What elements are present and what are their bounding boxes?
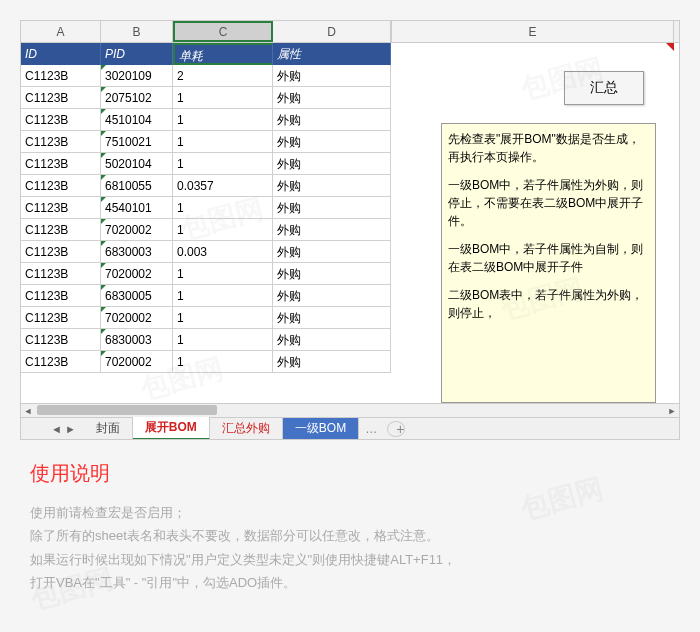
- info-text: 一级BOM中，若子件属性为外购，则停止，不需要在表二级BOM中展开子件。: [448, 176, 649, 230]
- cell-pid[interactable]: 7020002: [101, 219, 173, 240]
- table-row[interactable]: C1123B68100550.0357外购: [21, 175, 391, 197]
- cell-id[interactable]: C1123B: [21, 131, 101, 152]
- cell-attribute[interactable]: 外购: [273, 329, 391, 350]
- cell-attribute[interactable]: 外购: [273, 307, 391, 328]
- summary-button[interactable]: 汇总: [564, 71, 644, 105]
- cell-attribute[interactable]: 外购: [273, 153, 391, 174]
- cell-attribute[interactable]: 外购: [273, 263, 391, 284]
- cell-attribute[interactable]: 外购: [273, 65, 391, 86]
- cell-consumption[interactable]: 2: [173, 65, 273, 86]
- cell-attribute[interactable]: 外购: [273, 219, 391, 240]
- add-sheet-icon[interactable]: +: [387, 421, 405, 437]
- cell-id[interactable]: C1123B: [21, 351, 101, 372]
- tab-cover[interactable]: 封面: [84, 418, 133, 439]
- instructions-title: 使用说明: [30, 460, 670, 487]
- table-row[interactable]: C1123B70200021外购: [21, 263, 391, 285]
- cell-pid[interactable]: 7020002: [101, 351, 173, 372]
- cell-consumption[interactable]: 1: [173, 307, 273, 328]
- cell-attribute[interactable]: 外购: [273, 241, 391, 262]
- cell-consumption[interactable]: 1: [173, 263, 273, 284]
- cell-consumption[interactable]: 1: [173, 285, 273, 306]
- table-row[interactable]: C1123B45101041外购: [21, 109, 391, 131]
- col-header-a[interactable]: A: [21, 21, 101, 42]
- cell-id[interactable]: C1123B: [21, 175, 101, 196]
- cell-pid[interactable]: 3020109: [101, 65, 173, 86]
- scroll-track[interactable]: [35, 405, 665, 417]
- cell-consumption[interactable]: 1: [173, 197, 273, 218]
- col-header-c[interactable]: C: [173, 21, 273, 42]
- col-header-e[interactable]: E: [391, 21, 674, 42]
- table-row[interactable]: C1123B20751021外购: [21, 87, 391, 109]
- tab-expand-bom[interactable]: 展开BOM: [133, 417, 210, 440]
- table-row[interactable]: C1123B68300051外购: [21, 285, 391, 307]
- tab-nav-arrows[interactable]: ◄ ►: [51, 423, 76, 435]
- header-consumption[interactable]: 单耗: [173, 43, 273, 65]
- table-row[interactable]: C1123B70200021外购: [21, 219, 391, 241]
- table-row[interactable]: C1123B75100211外购: [21, 131, 391, 153]
- sheet-tab-bar: ◄ ► 封面 展开BOM 汇总外购 一级BOM … +: [21, 417, 679, 439]
- scroll-thumb[interactable]: [37, 405, 217, 415]
- tab-summary-purchase[interactable]: 汇总外购: [210, 418, 283, 439]
- tab-more[interactable]: …: [359, 422, 383, 436]
- cell-pid[interactable]: 5020104: [101, 153, 173, 174]
- cell-id[interactable]: C1123B: [21, 153, 101, 174]
- cell-id[interactable]: C1123B: [21, 87, 101, 108]
- col-header-d[interactable]: D: [273, 21, 391, 42]
- cell-id[interactable]: C1123B: [21, 285, 101, 306]
- data-table: ID PID 单耗 属性 C1123B30201092外购C1123B20751…: [21, 43, 391, 413]
- table-row[interactable]: C1123B30201092外购: [21, 65, 391, 87]
- table-row[interactable]: C1123B68300031外购: [21, 329, 391, 351]
- cell-pid[interactable]: 7510021: [101, 131, 173, 152]
- cell-consumption[interactable]: 0.003: [173, 241, 273, 262]
- cell-attribute[interactable]: 外购: [273, 351, 391, 372]
- cell-attribute[interactable]: 外购: [273, 285, 391, 306]
- cell-id[interactable]: C1123B: [21, 219, 101, 240]
- table-row[interactable]: C1123B45401011外购: [21, 197, 391, 219]
- table-row[interactable]: C1123B50201041外购: [21, 153, 391, 175]
- cell-id[interactable]: C1123B: [21, 241, 101, 262]
- cell-pid[interactable]: 6830005: [101, 285, 173, 306]
- horizontal-scrollbar[interactable]: ◄ ►: [21, 403, 679, 417]
- cell-id[interactable]: C1123B: [21, 307, 101, 328]
- cell-consumption[interactable]: 1: [173, 219, 273, 240]
- spreadsheet-window: A B C D E ID PID 单耗 属性 C1123B30201092外购C…: [20, 20, 680, 440]
- cell-id[interactable]: C1123B: [21, 197, 101, 218]
- table-row[interactable]: C1123B70200021外购: [21, 351, 391, 373]
- cell-consumption[interactable]: 1: [173, 131, 273, 152]
- column-header-row: A B C D E: [21, 21, 679, 43]
- cell-pid[interactable]: 6830003: [101, 241, 173, 262]
- cell-pid[interactable]: 7020002: [101, 263, 173, 284]
- table-row[interactable]: C1123B68300030.003外购: [21, 241, 391, 263]
- cell-consumption[interactable]: 1: [173, 351, 273, 372]
- cell-consumption[interactable]: 1: [173, 109, 273, 130]
- col-header-b[interactable]: B: [101, 21, 173, 42]
- cell-attribute[interactable]: 外购: [273, 197, 391, 218]
- cell-pid[interactable]: 4510104: [101, 109, 173, 130]
- header-pid[interactable]: PID: [101, 43, 173, 65]
- cell-pid[interactable]: 2075102: [101, 87, 173, 108]
- cell-pid[interactable]: 6830003: [101, 329, 173, 350]
- comment-marker-icon: [666, 43, 674, 51]
- cell-attribute[interactable]: 外购: [273, 131, 391, 152]
- cell-id[interactable]: C1123B: [21, 263, 101, 284]
- scroll-left-icon[interactable]: ◄: [21, 406, 35, 416]
- cell-consumption[interactable]: 1: [173, 87, 273, 108]
- tab-level1-bom[interactable]: 一级BOM: [283, 418, 359, 439]
- cell-pid[interactable]: 6810055: [101, 175, 173, 196]
- header-attribute[interactable]: 属性: [273, 43, 391, 65]
- cell-consumption[interactable]: 1: [173, 153, 273, 174]
- cell-pid[interactable]: 4540101: [101, 197, 173, 218]
- cell-attribute[interactable]: 外购: [273, 175, 391, 196]
- cell-consumption[interactable]: 1: [173, 329, 273, 350]
- cell-id[interactable]: C1123B: [21, 109, 101, 130]
- scroll-right-icon[interactable]: ►: [665, 406, 679, 416]
- table-row[interactable]: C1123B70200021外购: [21, 307, 391, 329]
- cell-id[interactable]: C1123B: [21, 65, 101, 86]
- info-text: 先检查表"展开BOM"数据是否生成，再执行本页操作。: [448, 130, 649, 166]
- cell-attribute[interactable]: 外购: [273, 87, 391, 108]
- cell-pid[interactable]: 7020002: [101, 307, 173, 328]
- header-id[interactable]: ID: [21, 43, 101, 65]
- cell-id[interactable]: C1123B: [21, 329, 101, 350]
- cell-consumption[interactable]: 0.0357: [173, 175, 273, 196]
- cell-attribute[interactable]: 外购: [273, 109, 391, 130]
